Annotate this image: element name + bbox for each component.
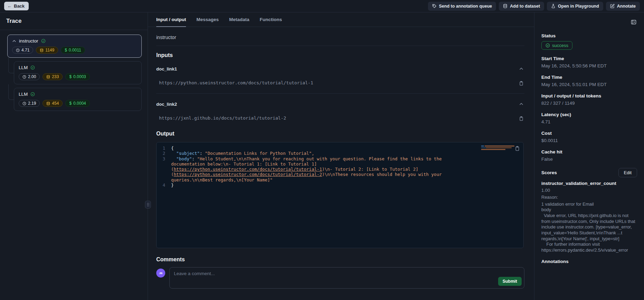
output-heading: Output (156, 131, 524, 137)
tokens-group: Input / output / total tokens 822 / 327 … (541, 93, 637, 106)
detail-content: instructor Inputs doc_link1 https://pyth… (148, 27, 534, 300)
scores-header: Scores Edit (541, 168, 637, 177)
edit-square-icon (610, 4, 615, 8)
dollar-icon: $ (69, 75, 72, 79)
status-group: Status success (541, 33, 637, 50)
code-minimap[interactable] (481, 145, 516, 151)
copy-clipboard-icon[interactable] (518, 115, 524, 122)
node-name: LLM (19, 92, 28, 97)
trace-details-panel: Status success Start Time May 16, 2024, … (534, 12, 644, 300)
trace-node-instructor[interactable]: instructor 4.71 1149 $ (7, 35, 142, 58)
cost-group: Cost $0.0011 (541, 131, 637, 143)
comments-section: JB Submit (156, 267, 524, 289)
status-label: Status (541, 33, 637, 38)
trace-node-llm-1[interactable]: LLM 2.00 233 $ 0.0 (14, 61, 142, 84)
database-icon (46, 75, 50, 79)
tab-messages[interactable]: Messages (196, 12, 219, 27)
end-time-group: End Time May 16, 2024, 5:51:01 PM EDT (541, 75, 637, 87)
input-doc-link2: doc_link2 https://jxnl.github.io/docs/tu… (156, 101, 524, 122)
node-name: instructor (19, 38, 38, 44)
back-button[interactable]: ← Back (4, 2, 29, 10)
cost-badge: $ 0.0004 (65, 100, 90, 107)
cache-hit-group: Cache hit False (541, 149, 637, 162)
avatar: JB (156, 269, 165, 278)
send-to-annotation-queue-button[interactable]: Send to annotation queue (428, 2, 496, 11)
trace-tree: instructor 4.71 1149 $ (0, 30, 148, 111)
input-label: doc_link1 (156, 66, 177, 72)
database-icon (40, 48, 44, 52)
back-label: Back (14, 3, 25, 9)
topbar-actions: Send to annotation queue Add to dataset … (428, 2, 640, 11)
input-value: https://python.useinstructor.com/docs/tu… (156, 80, 313, 85)
check-circle-icon (30, 65, 35, 70)
score-item: instructor_validation_error_count 1.00 R… (541, 181, 637, 253)
collapse-panel-icon[interactable] (630, 19, 637, 26)
code-line: 3 "body": "Hello Student,\n\nThank you f… (157, 156, 523, 182)
tokens-badge: 454 (43, 100, 63, 107)
output-code-editor[interactable]: 1 { 2 "subject": "Documentation Links fo… (156, 142, 524, 248)
database-icon (503, 4, 507, 8)
back-arrow-icon: ← (7, 3, 12, 9)
comment-input[interactable] (170, 268, 524, 288)
database-icon (46, 102, 50, 105)
add-to-dataset-button[interactable]: Add to dataset (499, 2, 544, 11)
status-badge: success (541, 41, 572, 50)
edit-scores-button[interactable]: Edit (618, 168, 637, 177)
code-link[interactable]: https://python.useinstructor.com/docs/tu… (174, 172, 322, 177)
input-doc-link1: doc_link1 https://python.useinstructor.c… (156, 66, 524, 94)
latency-badge: 4.71 (12, 47, 33, 54)
start-time-group: Start Time May 16, 2024, 5:50:56 PM EDT (541, 56, 637, 68)
check-circle-icon (545, 43, 550, 48)
detail-tabs: Input / output Messages Metadata Functio… (148, 12, 534, 27)
dollar-icon: $ (65, 48, 67, 52)
grip-dots-icon (147, 203, 149, 206)
open-in-playground-button[interactable]: Open in Playground (547, 2, 603, 11)
collapse-chevron-up-icon[interactable] (518, 66, 524, 72)
node-name: LLM (19, 65, 28, 70)
comments-heading: Comments (156, 256, 524, 263)
tokens-badge: 1149 (36, 47, 58, 54)
input-label: doc_link2 (156, 102, 177, 107)
annotations-heading: Annotations (541, 259, 637, 264)
annotate-button[interactable]: Annotate (606, 2, 640, 11)
latency-badge: 2.19 (19, 100, 40, 107)
observation-detail-panel: Input / output Messages Metadata Functio… (148, 12, 534, 300)
code-line: 1 { (157, 146, 523, 151)
tab-input-output[interactable]: Input / output (156, 12, 186, 27)
tab-functions[interactable]: Functions (260, 12, 282, 27)
scores-heading: Scores (541, 170, 557, 175)
tag-pen-icon (432, 4, 437, 8)
trace-tree-panel: Trace instructor 4.71 (0, 12, 148, 300)
cost-badge: $ 0.0011 (61, 47, 85, 54)
copy-clipboard-icon[interactable] (514, 145, 521, 152)
cost-badge: $ 0.0003 (65, 73, 90, 80)
dollar-icon: $ (69, 101, 72, 105)
input-value: https://jxnl.github.io/docs/tutorial/tut… (156, 115, 286, 121)
clock-icon (22, 102, 26, 105)
code-line: 2 "subject": "Documentation Links for Py… (157, 151, 523, 156)
clock-icon (16, 48, 20, 52)
latency-group: Latency (sec) 4.71 (541, 112, 637, 124)
check-circle-icon (41, 39, 46, 43)
copy-clipboard-icon[interactable] (518, 80, 524, 86)
code-link[interactable]: https://python.useinstructor.com/docs/tu… (174, 167, 322, 172)
flask-icon (551, 4, 556, 8)
trace-panel-title: Trace (6, 18, 141, 25)
collapse-chevron-up-icon[interactable] (518, 101, 524, 107)
code-line: 4 } (157, 182, 523, 188)
trace-node-llm-2[interactable]: LLM 2.19 454 $ 0.0 (14, 88, 142, 111)
tab-metadata[interactable]: Metadata (229, 12, 250, 27)
tokens-badge: 233 (43, 73, 63, 80)
latency-badge: 2.00 (19, 73, 40, 80)
chevron-up-icon[interactable] (12, 39, 16, 43)
clock-icon (22, 75, 26, 79)
check-circle-icon (30, 92, 35, 96)
submit-comment-button[interactable]: Submit (498, 277, 522, 286)
panel-resize-handle[interactable] (145, 201, 151, 208)
observation-name: instructor (156, 35, 524, 46)
top-bar: ← Back Send to annotation queue Add to d… (0, 0, 644, 12)
inputs-heading: Inputs (156, 52, 524, 58)
